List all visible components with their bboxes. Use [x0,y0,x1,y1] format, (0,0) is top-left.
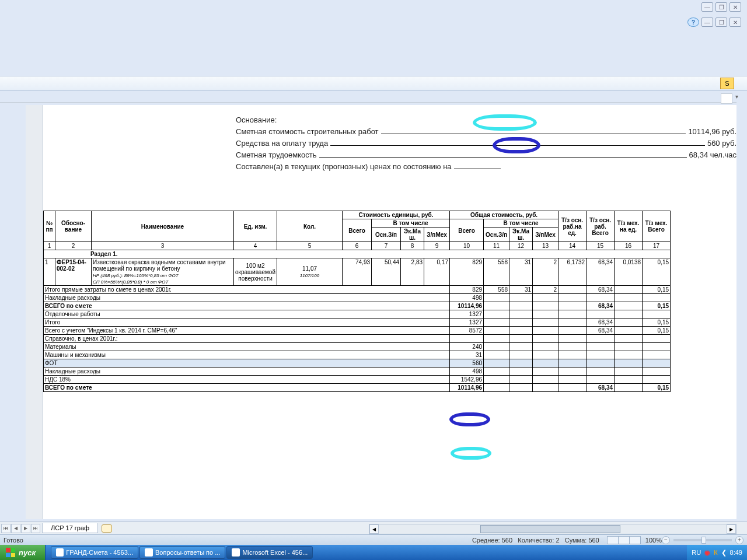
start-button[interactable]: пуск [0,545,46,560]
maximize-button[interactable]: ❐ [715,2,727,12]
app-icon [232,548,240,556]
horizontal-scrollbar[interactable]: ◀ ▶ [369,524,736,534]
prev-sheet-button[interactable]: ◀ [11,524,20,533]
new-sheet-button[interactable] [102,524,112,533]
ribbon-strip: S [0,76,747,91]
row-headers: 414243444546 [26,105,43,519]
summary-row: Накладные расходы498 [44,294,671,302]
status-average: Среднее: 560 [472,537,512,544]
sheet-nav: ⏮ ◀ ▶ ⏭ [1,524,41,533]
last-sheet-button[interactable]: ⏭ [31,524,40,533]
restore-button[interactable]: ❐ [715,18,727,27]
zoom-out-button[interactable]: − [662,536,670,544]
language-indicator[interactable]: RU [692,549,701,556]
formula-expand[interactable] [721,93,732,104]
worksheet-area: 414243444546 □↓ Основание: Сметная стоим… [26,105,736,519]
minimize-button[interactable]: — [701,2,713,12]
estimate-table[interactable]: № пп Обосно- вание Наименование Ед. изм.… [43,211,671,392]
clock[interactable]: 8:49 [730,549,742,556]
app-icon [56,548,64,556]
summary-row: Отделочные работы1327 [44,310,671,318]
sheet-tab-active[interactable]: ЛСР 17 граф [42,523,98,533]
summary-row: Накладные расходы498 [44,368,671,376]
document-header: Основание: Сметная стоимость строительны… [236,114,736,173]
first-sheet-button[interactable]: ⏮ [1,524,11,533]
help-button[interactable]: ? [687,18,699,27]
zoom-in-button[interactable]: + [735,536,743,544]
view-buttons [608,536,641,544]
minimize-button[interactable]: — [701,18,713,27]
taskbar: пуск ГРАНД-Смета - 4563...Вопросы-ответы… [0,545,747,560]
system-tray: RU ◉ К ❮ 8:49 [687,545,747,560]
taskbar-button[interactable]: ГРАНД-Смета - 4563... [51,546,138,559]
ribbon-s-button[interactable]: S [720,78,734,89]
tray-icon[interactable]: ◉ [704,549,710,556]
annotation-cyan-2 [451,447,491,460]
windows-icon [6,548,15,557]
scroll-right-button[interactable]: ▶ [727,524,736,534]
inner-window-controls: ? — ❐ ✕ [687,18,741,27]
scroll-left-button[interactable]: ◀ [369,524,379,534]
summary-row: Всего с учетом "Индексы 1 кв. 2014 г. СМ… [44,327,671,335]
annotation-blue-2 [449,412,490,426]
outer-window-controls: — ❐ ✕ [701,2,741,12]
page-break-button[interactable] [629,536,641,544]
status-ready: Готово [4,537,23,544]
summary-row: ВСЕГО по смете10114,9668,340,15 [44,384,671,392]
tray-icon[interactable]: ❮ [721,549,727,556]
next-sheet-button[interactable]: ▶ [21,524,30,533]
summary-row: Машины и механизмы31 [44,351,671,359]
status-bar: Готово Среднее: 560 Количество: 2 Сумма:… [0,534,747,545]
scroll-thumb[interactable] [480,525,620,533]
normal-view-button[interactable] [607,536,619,544]
formula-chevron-icon[interactable]: ▾ [735,93,738,100]
summary-row: ВСЕГО по смете10114,9668,340,15 [44,302,671,310]
summary-row: ФОТ560 [44,359,671,368]
close-button[interactable]: ✕ [729,2,741,12]
summary-row: Справочно, в ценах 2001г.: [44,335,671,343]
zoom-percent[interactable]: 100% [645,537,662,544]
summary-row: НДС 18%1542,96 [44,376,671,384]
sheet-tabs-bar: ⏮ ◀ ▶ ⏭ ЛСР 17 граф ◀ ▶ [0,522,747,534]
formula-bar[interactable] [0,91,736,103]
zoom-slider[interactable] [673,539,732,541]
summary-row: Итого прямые затраты по смете в ценах 20… [44,286,671,294]
summary-row: Итого132768,340,15 [44,318,671,327]
taskbar-button[interactable]: Вопросы-ответы по ... [139,546,225,559]
taskbar-button[interactable]: Microsoft Excel - 456... [226,546,313,559]
app-icon [145,548,153,556]
summary-row: Материалы240 [44,343,671,351]
section-header: Раздел 1. [44,250,671,258]
status-count: Количество: 2 [518,537,559,544]
tray-icon[interactable]: К [714,549,717,556]
basis-label: Основание: [236,114,277,126]
data-row: 1 ФЕР15-04-002-02 Известковая окраска во… [44,258,671,286]
status-sum: Сумма: 560 [565,537,599,544]
close-button[interactable]: ✕ [729,18,741,27]
page-layout-button[interactable] [618,536,630,544]
